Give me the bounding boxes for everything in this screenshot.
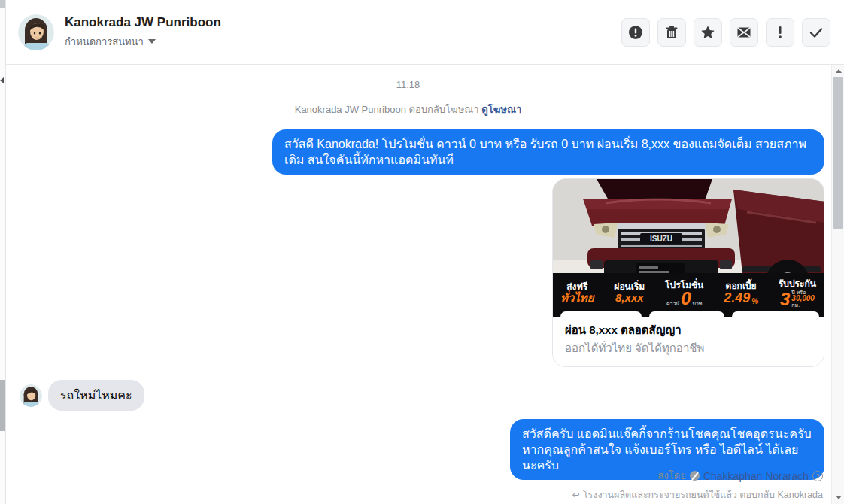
exclamation-icon	[772, 24, 788, 41]
promo-installment: ผ่อนเริ่ม 8,xxx	[614, 282, 645, 305]
scroll-up-arrow-icon[interactable]	[832, 65, 844, 76]
poster-tab	[649, 311, 724, 317]
next-reply-text: โรงงานผลิตและกระจายรถยนต์ใช้แล้ว ตอบกลับ…	[583, 487, 823, 502]
delete-button[interactable]	[657, 18, 686, 47]
reply-arrow-icon: ↩	[572, 490, 580, 500]
schedule-conversation-label: กำหนดการสนทนา	[65, 34, 144, 50]
help-icon[interactable]: ?	[812, 471, 823, 481]
avatar-photo	[18, 14, 54, 50]
schedule-conversation-dropdown[interactable]: กำหนดการสนทนา	[65, 34, 621, 50]
sent-by-label: ส่งโดย	[658, 468, 686, 484]
message-thread: 11:18 Kanokrada JW Punriboon ตอบกลับโฆษณ…	[6, 65, 844, 504]
car-photo: ISUZU	[553, 179, 824, 317]
chat-scrollbar-thumb[interactable]	[833, 77, 843, 229]
scroll-down-arrow-icon[interactable]	[832, 492, 844, 502]
promo-free-shipping: ส่งฟรี ทั่วไทย	[560, 282, 594, 305]
conversation-header: Kanokrada JW Punriboon กำหนดการสนทนา	[6, 0, 844, 65]
sent-by-line: ส่งโดย Chakkaphan Norarach ?	[658, 468, 823, 484]
star-icon	[700, 24, 716, 41]
conversation-pane: Kanokrada JW Punriboon กำหนดการสนทนา	[6, 0, 844, 504]
svg-text:ISUZU: ISUZU	[650, 235, 672, 243]
ad-card-footer[interactable]: ผ่อน 8,xxx ตลอดสัญญา ออกได้ทั่วไทย จัดได…	[553, 317, 824, 366]
promo-banner: ส่งฟรี ทั่วไทย ผ่อนเริ่ม 8,xxx โปรโมชั่น…	[553, 273, 824, 317]
left-scrollbar-thumb[interactable]	[0, 380, 5, 431]
avatar-photo	[20, 384, 42, 407]
alert-circle-icon	[627, 24, 644, 41]
chevron-down-icon	[148, 39, 156, 44]
flag-important-button[interactable]	[766, 18, 794, 47]
incoming-message-row: รถใหม่ไหมคะ	[20, 380, 144, 411]
envelope-x-icon	[736, 24, 752, 41]
mark-unread-button[interactable]	[730, 18, 758, 47]
trash-icon	[663, 24, 680, 41]
chat-scrollbar[interactable]	[831, 65, 844, 504]
promo-down-payment: โปรโมชั่น ดาวน์ 0 บาท	[665, 281, 703, 307]
star-button[interactable]	[694, 18, 722, 47]
sender-badge-icon	[690, 471, 700, 481]
messenger-inbox-window: Kanokrada JW Punriboon กำหนดการสนทนา	[0, 0, 844, 504]
panel-collapse-arrow-icon[interactable]	[0, 77, 4, 83]
view-ad-link[interactable]: ดูโฆษณา	[481, 104, 521, 115]
poster-tab	[732, 311, 819, 317]
sender-avatar[interactable]	[20, 384, 42, 407]
promo-interest: ดอกเบี้ย 2.49 %	[724, 281, 758, 306]
poster-tab	[560, 311, 642, 317]
mark-done-button[interactable]	[802, 18, 830, 47]
report-button[interactable]	[621, 18, 650, 47]
timestamp: 11:18	[6, 79, 810, 90]
ad-reply-text: Kanokrada JW Punriboon ตอบกลับโฆษณา	[295, 104, 479, 115]
incoming-message-bubble[interactable]: รถใหม่ไหมคะ	[48, 380, 144, 411]
contact-name: Kanokrada JW Punriboon	[65, 15, 621, 30]
ad-attachment-card[interactable]: ISUZU	[552, 178, 824, 367]
ad-card-subtitle: ออกได้ทั่วไทย จัดได้ทุกอาชีพ	[565, 339, 812, 357]
outgoing-message-bubble[interactable]: สวัสดี Kanokrada! โปรโมชั่น ดาวน์ 0 บาท …	[272, 129, 824, 175]
next-reply-meta: ↩ โรงงานผลิตและกระจายรถยนต์ใช้แล้ว ตอบกล…	[572, 487, 823, 502]
promo-warranty: รับประกัน 3 ปี หรือ 30,000 กม.	[779, 279, 816, 307]
header-action-bar	[621, 18, 830, 47]
check-icon	[808, 24, 824, 41]
header-texts: Kanokrada JW Punriboon กำหนดการสนทนา	[65, 15, 621, 50]
ad-reply-meta: Kanokrada JW Punriboon ตอบกลับโฆษณา ดูโฆ…	[6, 102, 810, 117]
ad-card-title: ผ่อน 8,xxx ตลอดสัญญา	[565, 323, 812, 338]
conversation-avatar[interactable]	[18, 14, 54, 50]
left-panel-edge	[0, 0, 6, 504]
left-scrollbar-top	[0, 0, 5, 8]
sent-by-name[interactable]: Chakkaphan Norarach	[703, 470, 809, 482]
